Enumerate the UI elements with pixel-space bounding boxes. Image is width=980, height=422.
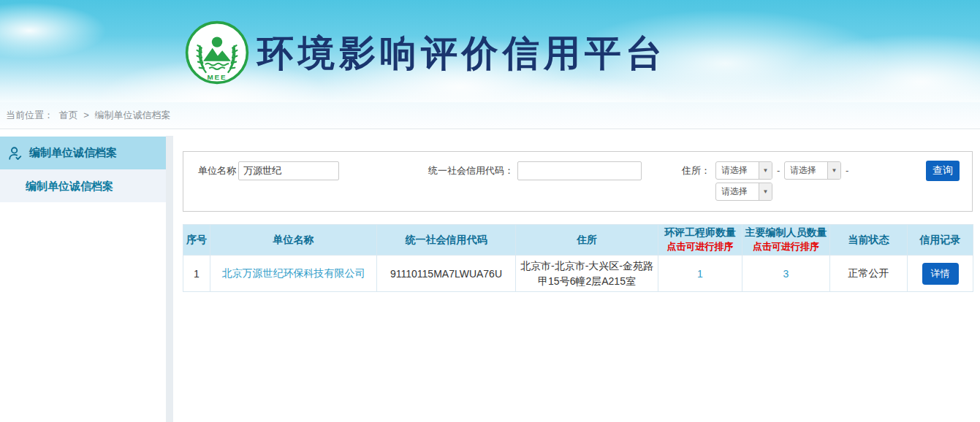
sort-hint-staff: 点击可进行排序 [744,240,828,253]
sidebar-group-label: 编制单位诚信档案 [29,146,117,160]
table-row: 1 北京万源世纪环保科技有限公司 91110115MA7LWUA76U 北京市-… [183,256,973,292]
company-link[interactable]: 北京万源世纪环保科技有限公司 [222,267,365,279]
main-panel: 单位名称： 统一社会信用代码： 住所： 请选择 ▼ - 请选择 ▼ - 请选择 … [173,129,980,422]
col-header-credit-record: 信用记录 [908,225,973,256]
content-area: 编制单位诚信档案 编制单位诚信档案 单位名称： 统一社会信用代码： 住所： 请选… [0,129,980,422]
address-line-2: 甲15号6幢2层A215室 [516,274,658,288]
district-select[interactable]: 请选择 ▼ [715,183,772,201]
col-header-engineers-sortable[interactable]: 环评工程师数量 点击可进行排序 [658,225,742,256]
page: MEE 环境影响评价信用平台 当前位置： 首页 > 编制单位诚信档案 编制单位诚… [0,0,980,422]
breadcrumb-home-link[interactable]: 首页 [59,110,78,120]
vertical-divider [166,136,173,422]
address-label: 住所： [682,161,710,180]
detail-button[interactable]: 详情 [922,263,959,285]
col-header-company: 单位名称 [210,225,377,256]
col-header-engineers-label: 环评工程师数量 [660,226,740,239]
address-dash-1: - [777,161,780,180]
district-select-value: 请选择 [716,183,759,200]
address-dash-2: - [846,161,848,180]
city-select[interactable]: 请选择 ▼ [784,161,841,180]
credit-code-input[interactable] [517,161,642,180]
user-check-icon [7,145,23,161]
col-header-staff-sortable[interactable]: 主要编制人员数量 点击可进行排序 [742,225,830,256]
credit-code-label: 统一社会信用代码： [428,161,514,180]
col-header-status: 当前状态 [830,225,908,256]
chevron-down-icon[interactable]: ▼ [759,162,772,179]
col-header-staff-label: 主要编制人员数量 [744,226,828,239]
query-button[interactable]: 查询 [926,161,960,181]
site-header: MEE 环境影响评价信用平台 [0,0,980,102]
sort-hint-engineers: 点击可进行排序 [660,240,740,253]
site-title: 环境影响评价信用平台 [257,29,666,78]
engineers-count-link[interactable]: 1 [697,268,703,280]
cell-credit-code: 91110115MA7LWUA76U [377,256,516,292]
cell-address: 北京市-北京市-大兴区-金苑路 甲15号6幢2层A215室 [516,256,658,292]
breadcrumb-prefix: 当前位置： [6,110,53,120]
mee-logo-icon: MEE [184,20,250,85]
chevron-down-icon[interactable]: ▼ [827,162,840,179]
sidebar-item-credit-archive[interactable]: 编制单位诚信档案 [0,169,166,202]
cell-index: 1 [183,256,210,292]
breadcrumb-current: 编制单位诚信档案 [94,110,170,120]
province-select-value: 请选择 [716,162,759,179]
results-table: 序号 单位名称 统一社会信用代码 住所 环评工程师数量 点击可进行排序 主要编制… [183,224,973,292]
breadcrumb: 当前位置： 首页 > 编制单位诚信档案 [0,102,980,129]
company-name-input[interactable] [238,161,339,180]
sidebar-item-credit-archive-group[interactable]: 编制单位诚信档案 [0,137,166,169]
col-header-credit-code: 统一社会信用代码 [377,225,516,256]
mee-logo-text: MEE [208,73,227,81]
search-panel: 单位名称： 统一社会信用代码： 住所： 请选择 ▼ - 请选择 ▼ - 请选择 … [183,151,973,212]
col-header-index: 序号 [183,225,210,256]
col-header-address: 住所 [516,225,658,256]
staff-count-link[interactable]: 3 [783,268,789,280]
city-select-value: 请选择 [785,162,827,179]
address-line-1: 北京市-北京市-大兴区-金苑路 [516,258,658,273]
sidebar: 编制单位诚信档案 编制单位诚信档案 [0,129,166,422]
province-select[interactable]: 请选择 ▼ [715,161,772,180]
chevron-down-icon[interactable]: ▼ [759,183,772,200]
cell-status: 正常公开 [830,256,908,292]
table-header-row: 序号 单位名称 统一社会信用代码 住所 环评工程师数量 点击可进行排序 主要编制… [183,225,973,256]
breadcrumb-separator: > [83,110,89,120]
